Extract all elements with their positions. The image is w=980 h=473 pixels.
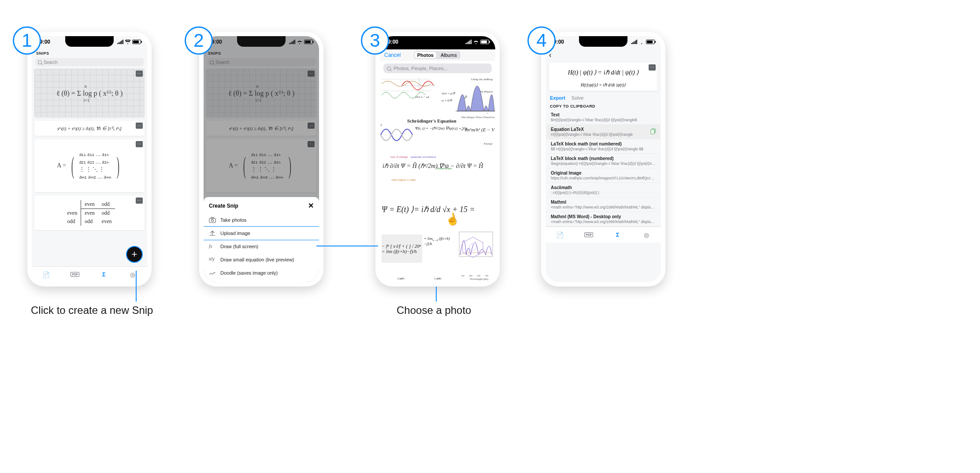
card-more-button[interactable]: ⋯ [136, 197, 143, 204]
clip-item-value: $H(t)|\psi(t)\rangle=i \hbar \frac{d}{d … [551, 118, 656, 122]
eq-text: + 8π²m/h² (E − V [460, 127, 494, 132]
tick-label: 700 [485, 275, 489, 277]
signal-icon [117, 40, 123, 44]
clip-item-asciimath[interactable]: Asciimath :.H(t)|psi(t):)=iℏ(d)/(dt)|psi… [546, 183, 660, 197]
molecule-label: C₂H₅ [397, 277, 405, 280]
tab-docs-icon[interactable] [556, 231, 564, 239]
photo-thumb[interactable]: t [380, 123, 413, 147]
tab-account-icon[interactable] [642, 231, 651, 239]
sheet-item-draw-small[interactable]: x/y Draw small equation (live preview) [204, 253, 319, 266]
snip-card[interactable]: ⋯ A = ( a₁₁ a₁₂ … a₁ₙ a₂₁ a₂₂ … a₂ₙ ⋮ ⋮ … [34, 139, 145, 192]
caption-step3: Choose a photo [397, 304, 471, 317]
matrix-row: a₁₁ a₁₂ … a₁ₙ [79, 151, 111, 158]
table-cell: odd [64, 217, 81, 226]
clip-item-text[interactable]: Text $H(t)|\psi(t)\rangle=i \hbar \frac{… [546, 110, 660, 125]
close-icon[interactable]: ✕ [308, 201, 314, 210]
status-bar: 9:00 [380, 36, 495, 49]
phone-3: 9:00 Cancel Photos Albums Photos, People… [375, 32, 500, 287]
photo-thumb[interactable]: P a b [456, 76, 495, 114]
clip-item-original-image[interactable]: Original Image https://cdn.mathpix.com/s… [546, 168, 660, 183]
connector-line [136, 271, 137, 302]
picker-search-placeholder: Photos, People, Places... [393, 66, 448, 71]
card-more-button[interactable]: ⋯ [136, 141, 143, 147]
card-more-button[interactable]: ⋯ [136, 123, 143, 129]
clip-item-latex-block-num[interactable]: LaTeX block math (numbered) \begin{equat… [546, 154, 660, 168]
search-icon [387, 67, 391, 71]
picker-search-input[interactable]: Photos, People, Places... [383, 63, 492, 73]
table-cell: odd [98, 209, 115, 218]
snip-card[interactable]: ⋯ even odd even even odd odd odd [34, 196, 145, 230]
wifi-icon [639, 40, 644, 44]
picker-segment[interactable]: Photos Albums [414, 51, 460, 59]
battery-icon [132, 40, 141, 44]
photo-grid[interactable]: Using the deBrog the Planck P a b 2π/λ x… [380, 76, 495, 282]
search-input[interactable]: Search [35, 58, 144, 66]
cancel-button[interactable]: Cancel [384, 52, 401, 58]
copy-section-label: COPY TO CLIPBOARD [546, 102, 661, 110]
sheet-item-draw-full[interactable]: fx Draw (full screen) [204, 240, 319, 253]
back-button[interactable]: ‹ [546, 49, 661, 61]
photo-annotation: rate of change [390, 155, 408, 159]
sheet-item-take-photos[interactable]: Take photos [204, 213, 319, 227]
card-more-button[interactable]: ⋯ [136, 71, 143, 77]
clip-item-value: <math xmlns="http://www.w3.org/1998/Math… [551, 220, 656, 224]
tab-docs-icon[interactable] [42, 270, 51, 279]
tab-bar [546, 227, 661, 242]
table-cell: even [81, 209, 98, 218]
photo-annotation: with respect to time [391, 178, 416, 182]
photo-thumb[interactable] [459, 235, 486, 258]
connector-line [316, 246, 378, 246]
sheet-title: Create Snip [209, 203, 238, 209]
tab-snips-icon[interactable] [100, 270, 108, 279]
doodle-icon [209, 270, 216, 276]
matrix-row: aₘ₁ aₘ₂ … aₘₙ [79, 174, 111, 180]
tick-label: 500 [477, 275, 481, 277]
photo-annotation: Shrodinger Wave Function [461, 115, 494, 119]
signal-icon [465, 40, 471, 44]
sheet-item-label: Upload image [220, 231, 250, 236]
segment-photos[interactable]: Photos [415, 52, 436, 58]
equation-icon: x/y [209, 257, 216, 263]
photo-annotation: Energy [484, 142, 493, 145]
tab-solve[interactable]: Solve [572, 95, 584, 101]
axis-label: Wavelength (nm) [470, 278, 488, 280]
clip-item-latex-block[interactable]: LaTeX block math (not numbered) $$ H(t)|… [546, 139, 660, 154]
clip-item-title: Equation LaTeX [551, 127, 656, 132]
photo-thumb-selected[interactable]: Ψ = E(t) ⟩= iℏ d/d √x + 15 = [382, 205, 494, 214]
table-head: odd [98, 200, 115, 209]
sheet-item-doodle[interactable]: Doodle (saves image only) [204, 266, 319, 279]
tick-label: 300 [469, 275, 473, 277]
tab-pdf-icon[interactable] [71, 270, 79, 279]
table-cell: even [64, 209, 81, 218]
search-icon [38, 60, 42, 64]
create-snip-sheet: Create Snip ✕ Take photos Upload image f… [204, 197, 319, 282]
clip-item-mathml-word[interactable]: Mathml (MS Word) - Desktop only <math xm… [546, 212, 660, 227]
svg-rect-17 [651, 130, 654, 134]
fx-icon: fx [209, 243, 216, 250]
sheet-item-upload-image[interactable]: Upload image [204, 227, 319, 240]
card-more-button[interactable]: ⋯ [649, 64, 656, 71]
eq-text: 2π/λ = p/ℏ [442, 92, 455, 95]
segment-albums[interactable]: Albums [437, 51, 460, 59]
tab-export[interactable]: Export [550, 95, 565, 101]
svg-text:b: b [486, 112, 488, 114]
snip-card[interactable]: ⋯ sⁿᵢ(t) + sⁿⱼ(t) ≥ δᵢ(t), ∀t ∈ [t⁰ᵢ, tⁿ… [34, 121, 145, 136]
snip-card[interactable]: ⋯ n ℓ (θ) = Σ log p ( x⁽ⁱ⁾; θ ) i=1 [34, 69, 145, 117]
sheet-item-label: Doodle (saves image only) [220, 270, 278, 276]
copy-icon[interactable] [650, 128, 657, 134]
tab-snips-icon[interactable] [613, 231, 622, 239]
clip-item-value: \begin{equation} H(t)|\psi(t)\rangle=i \… [551, 161, 656, 166]
svg-text:t: t [381, 123, 382, 127]
tab-pdf-icon[interactable] [584, 231, 593, 239]
photo-thumb[interactable] [399, 76, 439, 95]
clip-item-equation-latex[interactable]: Equation LaTeX H(t)|\psi(t)\rangle=i \hb… [546, 125, 660, 139]
eq-text: ω = E/ℏ [442, 99, 452, 102]
upload-icon [209, 230, 216, 236]
clip-item-value: https://cdn.mathpix.com/snip/images/zFL1… [551, 176, 656, 180]
svg-point-15 [469, 244, 476, 251]
new-snip-fab[interactable]: + [126, 246, 143, 263]
clip-item-title: Text [551, 112, 656, 117]
clip-item-value: H(t)|\psi(t)\rangle=i \hbar \frac{d}{d t… [551, 132, 656, 137]
clip-item-mathml[interactable]: Mathml <math xmlns="http://www.w3.org/19… [546, 197, 660, 212]
photo-thumb[interactable]: − fⁿ [ s·l/f + ( ] / 20ⁿ = lim (f(t+h)−f… [382, 235, 422, 263]
